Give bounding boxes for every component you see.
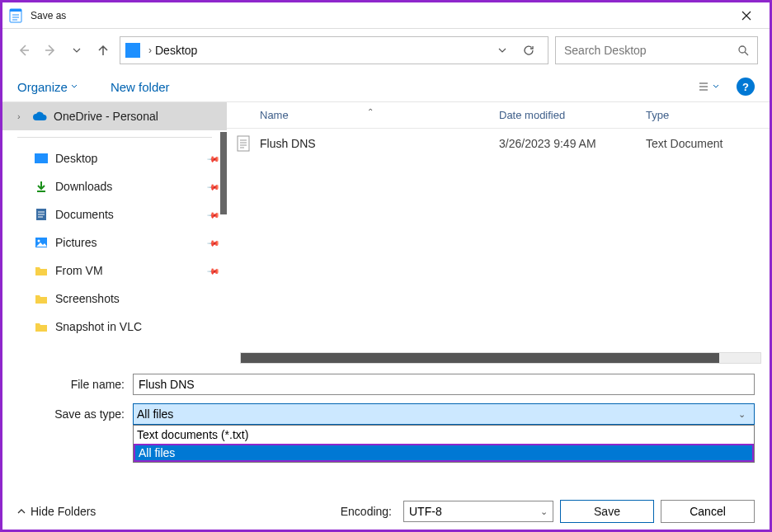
recent-dropdown[interactable] [67, 40, 87, 60]
breadcrumb-dropdown[interactable] [498, 46, 506, 54]
toolbar: Organize New folder ? [2, 72, 770, 101]
pin-icon: 📌 [207, 152, 220, 165]
navigation-pane: › OneDrive - Personal Desktop 📌 Download… [2, 102, 227, 364]
svg-point-20 [38, 240, 40, 242]
titlebar: Save as [2, 2, 770, 29]
chevron-right-icon: › [17, 111, 26, 121]
file-type: Text Document [646, 137, 770, 150]
chevron-down-icon [71, 83, 78, 90]
sidebar-scrollbar[interactable] [220, 132, 227, 214]
back-button[interactable] [14, 40, 34, 60]
save-button[interactable]: Save [560, 500, 654, 523]
file-list-pane: Name ⌃ Date modified Type Flush DNS 3/26… [227, 102, 770, 364]
column-headers: Name ⌃ Date modified Type [227, 102, 770, 129]
organize-menu[interactable]: Organize [17, 80, 78, 94]
svg-line-10 [745, 52, 748, 55]
chevron-right-icon: › [148, 45, 152, 56]
pictures-icon [34, 235, 49, 250]
column-type[interactable]: Type [646, 109, 770, 121]
new-folder-button[interactable]: New folder [111, 80, 170, 94]
sidebar-item-label: From VM [55, 264, 103, 277]
folder-icon [34, 291, 49, 306]
document-icon [34, 207, 49, 222]
download-icon [34, 179, 49, 194]
column-name[interactable]: Name ⌃ [227, 109, 499, 121]
file-date: 3/26/2023 9:49 AM [499, 137, 646, 150]
help-button[interactable]: ? [737, 78, 755, 96]
sidebar-item-label: Screenshots [55, 292, 120, 305]
chevron-down-icon [713, 83, 719, 90]
sidebar-item-downloads[interactable]: Downloads 📌 [2, 172, 227, 200]
svg-rect-1 [10, 9, 21, 12]
cancel-button[interactable]: Cancel [661, 500, 755, 523]
footer: File name: Save as type: All files ⌄ Tex… [2, 364, 770, 425]
text-file-icon [227, 135, 260, 152]
folder-icon [34, 319, 49, 334]
save-type-select[interactable]: All files ⌄ [133, 403, 755, 425]
pin-icon: 📌 [207, 180, 220, 193]
sidebar-item-label: Snapshot in VLC [55, 320, 142, 333]
sidebar-item-label: OneDrive - Personal [54, 110, 158, 123]
sidebar-item-documents[interactable]: Documents 📌 [2, 200, 227, 228]
main-area: › OneDrive - Personal Desktop 📌 Download… [2, 101, 770, 364]
divider [17, 137, 212, 138]
hide-folders-label: Hide Folders [31, 505, 96, 518]
dropdown-option[interactable]: Text documents (*.txt) [134, 426, 754, 444]
encoding-label: Encoding: [341, 505, 397, 518]
sidebar-item-desktop[interactable]: Desktop 📌 [2, 144, 227, 172]
save-type-value: All files [137, 407, 173, 421]
bottom-bar: Hide Folders Encoding: UTF-8 ⌄ Save Canc… [2, 493, 770, 530]
column-date[interactable]: Date modified [499, 109, 646, 121]
location-icon [125, 43, 140, 58]
pin-icon: 📌 [207, 236, 220, 249]
list-icon [698, 81, 709, 92]
navigation-row: › Desktop [2, 29, 770, 72]
notepad-icon [9, 8, 24, 23]
up-button[interactable] [93, 40, 113, 60]
save-type-dropdown: Text documents (*.txt) All files [133, 425, 755, 463]
svg-point-9 [739, 46, 746, 53]
sidebar-item-fromvm[interactable]: From VM 📌 [2, 257, 227, 285]
hide-folders-button[interactable]: Hide Folders [17, 505, 96, 518]
file-name-input[interactable] [133, 374, 755, 395]
chevron-down-icon: ⌄ [738, 409, 751, 420]
folder-icon [34, 263, 49, 278]
chevron-down-icon: ⌄ [540, 506, 548, 517]
sidebar-item-onedrive[interactable]: › OneDrive - Personal [2, 102, 227, 130]
close-button[interactable] [730, 4, 763, 27]
sidebar-item-label: Downloads [55, 180, 112, 193]
chevron-up-icon [17, 507, 26, 516]
dropdown-option-selected[interactable]: All files [134, 444, 754, 462]
sidebar-item-snapshot[interactable]: Snapshot in VLC [2, 313, 227, 341]
sidebar-item-label: Pictures [55, 236, 97, 249]
cloud-icon [32, 109, 47, 124]
encoding-value: UTF-8 [409, 505, 442, 518]
file-name: Flush DNS [260, 137, 499, 150]
forward-button[interactable] [40, 40, 60, 60]
svg-rect-21 [238, 136, 249, 151]
sort-indicator-icon: ⌃ [367, 107, 374, 116]
sidebar-item-pictures[interactable]: Pictures 📌 [2, 228, 227, 257]
file-name-label: File name: [17, 378, 133, 391]
pin-icon: 📌 [207, 264, 220, 277]
view-menu[interactable] [692, 77, 725, 97]
horizontal-scrollbar[interactable] [240, 352, 761, 364]
file-row[interactable]: Flush DNS 3/26/2023 9:49 AM Text Documen… [227, 129, 770, 158]
window-title: Save as [31, 10, 66, 21]
encoding-select[interactable]: UTF-8 ⌄ [403, 501, 553, 522]
search-icon [737, 45, 749, 56]
organize-label: Organize [17, 80, 68, 94]
address-bar[interactable]: › Desktop [120, 36, 548, 64]
sidebar-item-label: Documents [55, 208, 114, 221]
desktop-icon [34, 151, 49, 166]
sidebar-item-label: Desktop [55, 152, 97, 165]
save-type-label: Save as type: [17, 407, 133, 421]
pin-icon: 📌 [207, 208, 220, 221]
sidebar-item-screenshots[interactable]: Screenshots [2, 285, 227, 313]
search-input[interactable] [564, 44, 737, 57]
refresh-button[interactable] [515, 36, 543, 64]
search-box[interactable] [555, 36, 758, 64]
breadcrumb-location: Desktop [155, 44, 197, 57]
